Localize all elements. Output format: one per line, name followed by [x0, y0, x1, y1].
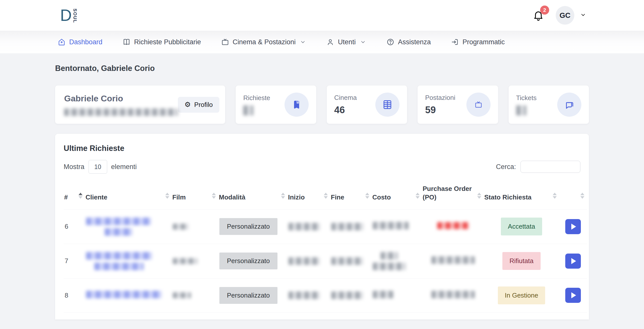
stat-card-label: Richieste	[243, 94, 270, 102]
redacted-text	[289, 257, 320, 265]
redacted-text	[289, 292, 320, 299]
page-length-control: Mostra 10 elementi	[64, 160, 137, 174]
column-header-label: Purchase Order (PO)	[423, 185, 472, 201]
nav-item-richieste-pubblicitarie[interactable]: Richieste Pubblicitarie	[123, 38, 201, 46]
sort-arrows-icon[interactable]	[281, 193, 285, 199]
nav-item-label: Programmatic	[462, 38, 505, 46]
notification-count-badge: 2	[540, 6, 549, 15]
logo-letter-d: D	[60, 7, 71, 23]
profile-button[interactable]: ⚙ Profilo	[178, 97, 219, 113]
client-cell-redacted[interactable]	[85, 313, 172, 319]
sort-arrows-icon[interactable]	[78, 193, 83, 199]
start-date-cell-redacted	[288, 313, 330, 319]
sort-arrows-icon[interactable]	[165, 193, 169, 199]
cost-cell-redacted	[372, 313, 422, 319]
book-solid-icon	[285, 93, 309, 117]
end-date-cell-redacted	[330, 313, 372, 319]
redacted-text	[431, 256, 475, 264]
sort-arrows-icon[interactable]	[324, 193, 328, 199]
sort-arrows-icon[interactable]	[212, 193, 216, 199]
sort-arrows-icon[interactable]	[477, 193, 481, 199]
row-number-cell: 9	[64, 313, 85, 319]
play-icon	[571, 258, 576, 264]
redacted-text	[173, 292, 191, 298]
gear-icon: ⚙	[184, 101, 191, 108]
mode-badge: Personalizzato	[219, 218, 277, 235]
page-content: Bentornato, Gabriele Corio Gabriele Cori…	[55, 53, 589, 319]
stat-card-value: 59	[425, 105, 455, 115]
help-icon	[386, 38, 394, 46]
book-icon	[123, 38, 131, 46]
open-request-button[interactable]	[565, 288, 581, 303]
play-icon	[571, 224, 576, 230]
status-badge: Accettata	[501, 218, 542, 236]
requests-table: # Cliente Film Modalità Inizio Fine Cost…	[64, 182, 587, 319]
column-header[interactable]: #	[64, 182, 85, 209]
film-cell-redacted	[172, 244, 218, 278]
column-header[interactable]: Modalità	[218, 182, 288, 209]
column-header[interactable]: Fine	[330, 182, 372, 209]
status-cell: Rifiutata	[484, 244, 559, 278]
redacted-text	[173, 224, 188, 230]
column-header[interactable]: Cliente	[85, 182, 172, 209]
purchase-order-cell-redacted	[422, 313, 484, 319]
client-cell-redacted[interactable]	[85, 209, 172, 244]
dsoul-logo[interactable]: D SOUL	[60, 7, 77, 23]
sort-arrows-icon[interactable]	[553, 193, 557, 199]
actions-cell	[559, 278, 587, 313]
redacted-text	[331, 223, 364, 230]
column-header[interactable]: Costo	[372, 182, 422, 209]
column-header[interactable]: Inizio	[288, 182, 330, 209]
profile-card: Gabriele Corio ⚙ Profilo	[55, 86, 225, 124]
nav-item-dashboard[interactable]: Dashboard	[58, 38, 102, 46]
nav-item-utenti[interactable]: Utenti	[326, 38, 366, 46]
user-menu[interactable]: GC	[556, 6, 586, 25]
sort-arrows-icon[interactable]	[365, 193, 369, 199]
page-length-select[interactable]: 10	[89, 160, 107, 174]
column-header[interactable]: Stato Richiesta	[484, 182, 559, 209]
main-navigation: Dashboard Richieste Pubblicitarie Cinema…	[0, 31, 644, 53]
column-header[interactable]	[559, 182, 587, 209]
row-number-cell: 7	[64, 244, 85, 278]
sort-arrows-icon[interactable]	[416, 193, 420, 199]
stat-card-tickets: Tickets	[509, 86, 589, 124]
chevron-down-icon	[580, 12, 586, 19]
mode-cell: Personalizzato	[218, 278, 288, 313]
stat-card-richieste: Richieste	[236, 86, 316, 124]
mode-badge: Personalizzato	[219, 253, 277, 269]
client-cell-redacted[interactable]	[85, 278, 172, 313]
search-label: Cerca:	[496, 163, 516, 171]
row-number-cell: 8	[64, 278, 85, 313]
table-row: 7 Personalizzato Rifiutata	[64, 244, 587, 278]
actions-cell	[559, 209, 587, 244]
chevron-down-icon	[300, 39, 306, 45]
purchase-order-cell-redacted	[422, 209, 484, 244]
redacted-text	[331, 257, 363, 265]
redacted-text	[437, 222, 469, 229]
redacted-text	[86, 218, 151, 225]
purchase-order-cell-redacted	[422, 278, 484, 313]
notifications-button[interactable]: 2	[533, 10, 544, 21]
sort-arrows-icon[interactable]	[580, 193, 584, 199]
stat-value-redacted	[516, 105, 526, 115]
avatar: GC	[556, 6, 574, 25]
redacted-text	[331, 292, 363, 299]
open-request-button[interactable]	[565, 254, 581, 269]
enter-arrow-icon	[451, 38, 459, 46]
column-header[interactable]: Film	[172, 182, 218, 209]
client-cell-redacted[interactable]	[85, 244, 172, 278]
chat-icon	[557, 93, 581, 117]
stat-card-label: Postazioni	[425, 94, 455, 102]
open-request-button[interactable]	[565, 219, 581, 234]
start-date-cell-redacted	[288, 278, 330, 313]
nav-item-cinema-postazioni[interactable]: Cinema & Postazioni	[221, 38, 306, 46]
status-badge: Rifiutata	[502, 252, 540, 270]
status-cell: Accettata	[484, 209, 559, 244]
nav-item-programmatic[interactable]: Programmatic	[451, 38, 505, 46]
search-input[interactable]	[520, 161, 580, 173]
nav-item-assistenza[interactable]: Assistenza	[386, 38, 431, 46]
mode-cell: Personalizzato	[218, 244, 288, 278]
nav-item-label: Richieste Pubblicitarie	[134, 38, 201, 46]
mode-cell: Personalizzato	[218, 209, 288, 244]
column-header[interactable]: Purchase Order (PO)	[422, 182, 484, 209]
